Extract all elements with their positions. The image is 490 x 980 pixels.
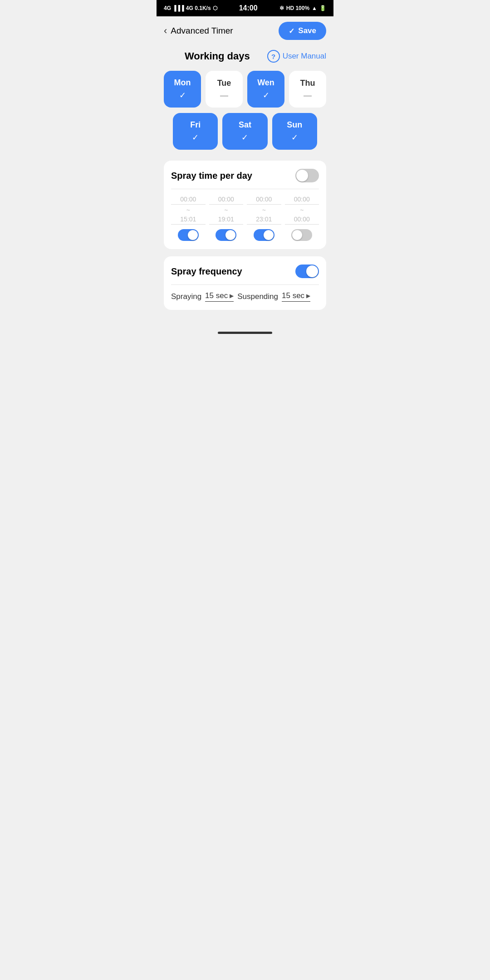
tilde-2: ~ (224, 206, 228, 214)
working-days-title: Working days (173, 50, 262, 62)
spraying-value-box[interactable]: 15 sec ▶ (205, 291, 234, 302)
start-time-2[interactable]: 00:00 (209, 196, 244, 205)
day-label-sat: Sat (239, 120, 251, 130)
day-icon-sat: ✓ (241, 132, 248, 142)
start-time-4[interactable]: 00:00 (285, 196, 319, 205)
day-label-mon: Mon (174, 78, 191, 88)
spray-frequency-toggle[interactable] (295, 265, 319, 278)
wifi-icon: ▲ (312, 5, 317, 11)
status-left: 4G ▐▐▐ 4G 0.1K/s ⬡ (164, 5, 217, 11)
time-slots-grid: 00:00 ~ 15:01 00:00 ~ 19:01 00:00 ~ (171, 196, 319, 241)
slot-toggle-thumb-4 (292, 230, 302, 240)
help-circle-icon: ? (267, 50, 280, 63)
slot-toggle-thumb-3 (264, 230, 274, 240)
day-icon-sun: ✓ (291, 132, 298, 142)
slot-toggle-2[interactable] (216, 229, 236, 241)
end-time-2[interactable]: 19:01 (209, 216, 244, 225)
signal-icon: 4G ▐▐▐ (164, 5, 184, 11)
back-arrow-icon: ‹ (164, 25, 167, 37)
usb-icon: ⬡ (213, 5, 217, 11)
back-button[interactable]: ‹ Advanced Timer (164, 25, 233, 37)
day-label-tue: Tue (217, 78, 231, 88)
time-slot-2: 00:00 ~ 19:01 (209, 196, 244, 241)
days-grid-bottom: Fri ✓ Sat ✓ Sun ✓ (164, 113, 326, 150)
hd-label: HD 100% (286, 5, 309, 11)
main-content: Working days ? User Manual Mon ✓ Tue — W… (157, 45, 333, 326)
day-icon-thu: — (304, 91, 312, 100)
day-icon-tue: — (220, 91, 228, 100)
home-indicator (157, 326, 333, 338)
spray-frequency-header: Spray frequency (171, 265, 319, 278)
save-label: Save (298, 26, 316, 35)
end-time-4[interactable]: 00:00 (285, 216, 319, 225)
user-manual-label: User Manual (283, 52, 326, 61)
day-button-thu[interactable]: Thu — (289, 71, 326, 108)
tilde-3: ~ (262, 206, 266, 214)
day-label-fri: Fri (190, 120, 201, 130)
day-icon-mon: ✓ (179, 90, 186, 100)
day-button-sat[interactable]: Sat ✓ (222, 113, 267, 150)
tilde-1: ~ (186, 206, 190, 214)
tilde-4: ~ (300, 206, 304, 214)
day-button-tue[interactable]: Tue — (206, 71, 243, 108)
frequency-row: Spraying 15 sec ▶ Suspending 15 sec ▶ (171, 291, 319, 302)
working-days-header: Working days ? User Manual (164, 50, 326, 63)
slot-toggle-thumb-1 (188, 230, 198, 240)
start-time-3[interactable]: 00:00 (247, 196, 281, 205)
start-time-1[interactable]: 00:00 (171, 196, 206, 205)
status-right: ✲ HD 100% ▲ 🔋 (279, 5, 326, 11)
save-check-icon: ✓ (289, 27, 294, 35)
spraying-value: 15 sec (205, 291, 228, 300)
day-icon-wen: ✓ (263, 90, 270, 100)
spray-time-divider (171, 189, 319, 189)
time-slot-4: 00:00 ~ 00:00 (285, 196, 319, 241)
home-bar (218, 332, 272, 334)
day-icon-fri: ✓ (192, 132, 199, 142)
days-grid-top: Mon ✓ Tue — Wen ✓ Thu — (164, 71, 326, 108)
battery-icon: 🔋 (319, 5, 326, 11)
day-label-thu: Thu (300, 78, 315, 88)
spray-time-toggle[interactable] (295, 169, 319, 182)
slot-toggle-3[interactable] (254, 229, 274, 241)
spray-frequency-divider (171, 284, 319, 285)
header: ‹ Advanced Timer ✓ Save (157, 16, 333, 45)
speed-label: 4G 0.1K/s (186, 5, 211, 11)
spraying-dropdown-icon: ▶ (230, 293, 234, 299)
spraying-label: Spraying (171, 292, 201, 301)
time-slot-1: 00:00 ~ 15:01 (171, 196, 206, 241)
suspending-value-box[interactable]: 15 sec ▶ (282, 291, 310, 302)
slot-toggle-1[interactable] (178, 229, 199, 241)
spray-time-title: Spray time per day (171, 171, 252, 181)
end-time-3[interactable]: 23:01 (247, 216, 281, 225)
slot-toggle-thumb-2 (225, 230, 235, 240)
status-time: 14:00 (239, 4, 258, 12)
slot-toggle-4[interactable] (291, 229, 312, 241)
suspending-value: 15 sec (282, 291, 304, 300)
time-slot-3: 00:00 ~ 23:01 (247, 196, 281, 241)
page-title: Advanced Timer (171, 26, 233, 36)
day-label-sun: Sun (287, 120, 302, 130)
spray-frequency-toggle-thumb (306, 265, 318, 277)
day-button-mon[interactable]: Mon ✓ (164, 71, 201, 108)
user-manual-button[interactable]: ? User Manual (267, 50, 326, 63)
suspending-dropdown-icon: ▶ (306, 293, 310, 299)
save-button[interactable]: ✓ Save (279, 22, 326, 40)
day-label-wen: Wen (257, 78, 274, 88)
bluetooth-icon: ✲ (279, 5, 284, 11)
spray-time-header: Spray time per day (171, 169, 319, 182)
day-button-wen[interactable]: Wen ✓ (247, 71, 284, 108)
day-button-fri[interactable]: Fri ✓ (173, 113, 218, 150)
spray-frequency-card: Spray frequency Spraying 15 sec ▶ Suspen… (164, 256, 326, 310)
spray-time-card: Spray time per day 00:00 ~ 15:01 00:00 ~… (164, 161, 326, 249)
spray-frequency-title: Spray frequency (171, 266, 242, 277)
status-bar: 4G ▐▐▐ 4G 0.1K/s ⬡ 14:00 ✲ HD 100% ▲ 🔋 (157, 0, 333, 16)
suspending-label: Suspending (237, 292, 278, 301)
end-time-1[interactable]: 15:01 (171, 216, 206, 225)
spray-time-toggle-thumb (296, 170, 308, 181)
day-button-sun[interactable]: Sun ✓ (272, 113, 317, 150)
